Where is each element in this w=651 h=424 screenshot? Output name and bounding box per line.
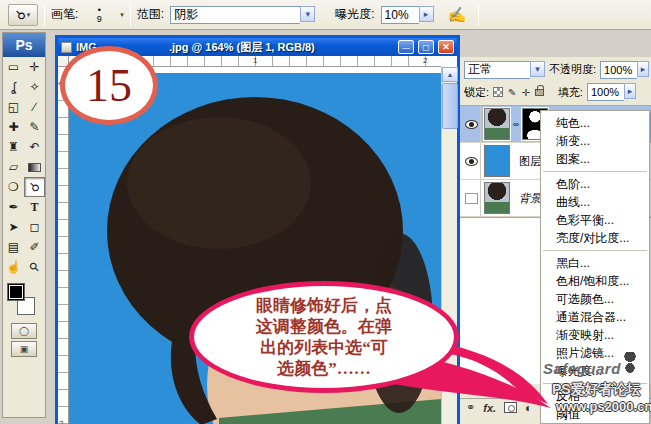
combo-arrow-icon[interactable]: ▾ — [530, 61, 545, 77]
notes-tool[interactable]: ▤ — [3, 237, 24, 257]
range-select[interactable]: 阴影 ▾ — [170, 6, 315, 24]
menu-separator — [543, 383, 647, 384]
adjustment-layer-menu: 纯色... 渐变... 图案... 色阶... 曲线... 色彩平衡... 亮度… — [540, 110, 650, 424]
path-selection-tool[interactable]: ➤ — [3, 217, 24, 237]
brush-tool[interactable]: ✎ — [24, 117, 45, 137]
menu-item-color-balance[interactable]: 色彩平衡... — [541, 211, 649, 229]
healing-brush-tool[interactable]: ✚ — [3, 117, 24, 137]
bubble-line: 这调整颜色。在弹 — [256, 316, 392, 337]
dodge-tool[interactable]: ⚲ — [24, 177, 45, 197]
gradient-icon — [28, 163, 41, 172]
clone-stamp-tool[interactable]: ♜ — [3, 137, 24, 157]
hand-tool[interactable]: ☝ — [3, 257, 24, 277]
airbrush-icon[interactable]: ✍ — [448, 6, 467, 24]
eyedropper-tool[interactable]: ✐ — [24, 237, 45, 257]
lock-label: 锁定: — [464, 85, 489, 100]
dodge-tool-icon: ⚲ — [12, 6, 28, 22]
menu-item-pattern[interactable]: 图案... — [541, 150, 649, 168]
rectangle-tool[interactable]: ◻ — [24, 217, 45, 237]
magic-wand-tool[interactable]: ✧ — [24, 77, 45, 97]
history-brush-tool[interactable]: ↶ — [24, 137, 45, 157]
fill-input[interactable]: 100% ▸ — [587, 83, 636, 101]
move-tool[interactable]: ✛ — [24, 57, 45, 77]
layer-thumbnail[interactable] — [484, 108, 510, 140]
brush-preset-picker[interactable]: • 9 — [84, 3, 114, 27]
menu-item-black-white[interactable]: 黑白... — [541, 254, 649, 272]
add-mask-icon[interactable] — [504, 402, 517, 413]
slice-tool[interactable]: ∕ — [24, 97, 45, 117]
zoom-tool[interactable]: ⚲ — [24, 257, 45, 277]
menu-item-hue-saturation[interactable]: 色相/饱和度... — [541, 272, 649, 290]
visibility-cell[interactable] — [463, 143, 481, 179]
brush-label: 画笔: — [51, 6, 78, 23]
opacity-input[interactable]: 100% ▸ — [600, 61, 649, 79]
quick-mask-button[interactable]: ◯ — [11, 323, 37, 339]
exposure-label: 曝光度: — [335, 6, 374, 23]
blend-mode-select[interactable]: 正常 ▾ — [464, 61, 545, 79]
blur-tool[interactable]: ❍ — [3, 177, 24, 197]
link-layers-icon[interactable]: ⚭ — [466, 401, 475, 414]
ruler-left: 0 2 — [58, 67, 69, 424]
layer-thumbnail[interactable] — [484, 182, 510, 214]
rectangular-marquee-tool[interactable]: ▭ — [3, 57, 24, 77]
fill-value: 100% — [587, 83, 624, 101]
maximize-button[interactable]: ▢ — [418, 40, 434, 54]
lock-all-icon[interactable] — [535, 89, 544, 96]
lock-transparency-icon[interactable] — [493, 87, 503, 97]
zoom-icon: ⚲ — [26, 259, 42, 275]
separator — [478, 4, 479, 26]
scrollbar-thumb[interactable] — [442, 83, 458, 129]
tool-grid: ▭ ✛ ʆ ✧ ◱ ∕ ✚ ✎ ♜ ↶ ▱ ❍ ⚲ ✒ T ➤ ◻ ▤ ✐ ☝ … — [3, 57, 45, 277]
visibility-cell[interactable] — [463, 106, 481, 142]
type-tool[interactable]: T — [24, 197, 45, 217]
pen-tool[interactable]: ✒ — [3, 197, 24, 217]
screen-mode-button[interactable]: ▣ — [11, 341, 37, 357]
color-swatches — [3, 281, 45, 321]
menu-item-selective-color[interactable]: 可选颜色... — [541, 290, 649, 308]
scroll-up-icon[interactable]: ▲ — [442, 67, 458, 82]
combo-arrow-icon[interactable]: ▾ — [300, 6, 315, 22]
menu-item-invert[interactable]: 反相 — [541, 387, 649, 405]
current-tool-button[interactable]: ⚲ ▾ — [8, 4, 38, 26]
menu-item-curves[interactable]: 曲线... — [541, 193, 649, 211]
chevron-down-icon[interactable]: ▾ — [120, 11, 124, 19]
spin-arrow-icon[interactable]: ▸ — [419, 6, 434, 22]
opacity-value: 100% — [600, 61, 637, 79]
menu-item-brightness-contrast[interactable]: 亮度/对比度... — [541, 229, 649, 247]
close-button[interactable]: ✕ — [438, 40, 454, 54]
blend-mode-row: 正常 ▾ 不透明度: 100% ▸ — [460, 57, 651, 82]
menu-item-solid-color[interactable]: 纯色... — [541, 114, 649, 132]
menu-item-levels[interactable]: 色阶... — [541, 175, 649, 193]
visibility-cell[interactable] — [463, 180, 481, 216]
menu-item-exposure[interactable]: 曝光度... — [541, 362, 649, 380]
foreground-color-swatch[interactable] — [7, 283, 25, 301]
lasso-tool[interactable]: ʆ — [3, 77, 24, 97]
menu-item-gradient-map[interactable]: 渐变映射... — [541, 326, 649, 344]
ruler-tick-label: 2 — [423, 56, 427, 65]
menu-separator — [543, 250, 647, 251]
adjustment-layer-icon[interactable]: ◐ — [525, 401, 532, 415]
bubble-line: 眼睛修饰好后，点 — [256, 295, 392, 316]
menu-item-gradient[interactable]: 渐变... — [541, 132, 649, 150]
gradient-tool[interactable] — [24, 157, 45, 177]
lock-pixels-icon[interactable]: ✎ — [508, 87, 516, 98]
layer-style-icon[interactable]: fx. — [483, 402, 496, 414]
layer-thumbnail[interactable] — [484, 145, 510, 177]
crop-tool[interactable]: ◱ — [3, 97, 24, 117]
photoshop-logo: Ps — [3, 33, 45, 57]
minimize-button[interactable]: — — [398, 40, 414, 54]
menu-separator — [543, 171, 647, 172]
spin-arrow-icon[interactable]: ▸ — [624, 83, 636, 99]
spin-arrow-icon[interactable]: ▸ — [637, 61, 649, 77]
range-label: 范围: — [137, 6, 164, 23]
menu-item-threshold[interactable]: 阈值 — [541, 405, 649, 423]
document-icon — [61, 42, 72, 53]
lock-position-icon[interactable]: ✛ — [521, 87, 529, 98]
menu-item-channel-mixer[interactable]: 通道混合器... — [541, 308, 649, 326]
menu-item-photo-filter[interactable]: 照片滤镜... — [541, 344, 649, 362]
vertical-scrollbar[interactable]: ▲ — [441, 67, 457, 424]
exposure-input[interactable]: 10% ▸ — [381, 6, 434, 24]
eraser-tool[interactable]: ▱ — [3, 157, 24, 177]
separator — [44, 4, 45, 26]
brush-size-value: 9 — [97, 15, 102, 24]
